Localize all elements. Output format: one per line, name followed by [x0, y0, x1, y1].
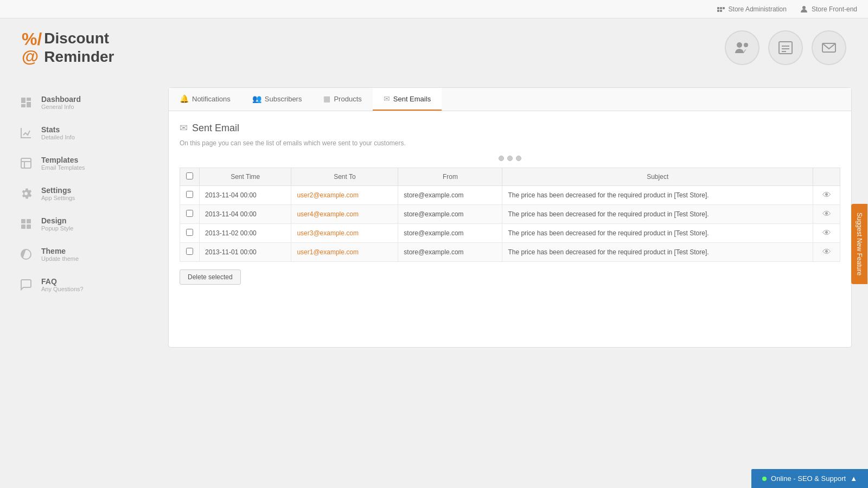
sidebar-theme-text: Theme Update theme — [41, 247, 79, 262]
support-chevron: ▲ — [850, 474, 857, 483]
store-admin-link[interactable]: Store Administration — [717, 5, 787, 14]
logo-text: Discount Reminder — [44, 29, 114, 66]
sidebar-settings-text: Settings App Settings — [41, 186, 75, 201]
row-checkbox-0[interactable] — [186, 191, 193, 198]
sidebar-settings-sub: App Settings — [41, 195, 75, 201]
svg-rect-4 — [720, 10, 722, 12]
sidebar-item-dashboard[interactable]: Dashboard General Info — [0, 87, 152, 118]
svg-rect-19 — [27, 224, 31, 229]
svg-point-6 — [737, 42, 742, 48]
sidebar-item-settings[interactable]: Settings App Settings — [0, 178, 152, 209]
store-admin-icon — [717, 5, 725, 14]
sidebar-stats-title: Stats — [41, 125, 75, 134]
sidebar-templates-sub: Email Templates — [41, 164, 85, 171]
content-area: 🔔 Notifications 👥 Subscribers ▦ Products… — [152, 76, 868, 488]
sidebar-item-stats[interactable]: Stats Detailed Info — [0, 118, 152, 148]
suggest-feature-button[interactable]: Suggest New Feature — [851, 204, 867, 284]
tab-notifications[interactable]: 🔔 Notifications — [169, 88, 241, 111]
support-label: Online - SEO & Support — [771, 474, 846, 483]
table-row: 2013-11-04 00:00 user4@example.com store… — [180, 205, 840, 224]
row-sent-to[interactable]: user4@example.com — [291, 205, 398, 224]
tab-sent-emails[interactable]: ✉ Sent Emails — [373, 88, 442, 111]
tab-products[interactable]: ▦ Products — [312, 88, 372, 111]
sidebar-stats-text: Stats Detailed Info — [41, 125, 75, 140]
sidebar-dashboard-sub: General Info — [41, 104, 81, 110]
email-link[interactable]: user2@example.com — [297, 191, 359, 199]
users-header-button[interactable] — [725, 30, 760, 65]
col-header-subject: Subject — [502, 168, 813, 186]
design-icon — [18, 216, 34, 232]
row-checkbox-3[interactable] — [186, 248, 193, 255]
products-icon: ▦ — [323, 94, 330, 103]
col-header-checkbox — [180, 168, 200, 186]
svg-rect-13 — [21, 158, 31, 168]
top-bar: Store Administration Store Front-end — [0, 0, 868, 18]
dot-1[interactable] — [499, 156, 504, 161]
row-sent-time: 2013-11-04 00:00 — [200, 205, 291, 224]
footer-support-button[interactable]: Online - SEO & Support ▲ — [751, 469, 868, 488]
bell-icon: 🔔 — [180, 94, 189, 103]
view-email-icon[interactable]: 👁 — [822, 247, 831, 256]
row-from: store@example.com — [398, 186, 502, 205]
svg-rect-3 — [717, 10, 719, 12]
row-sent-to[interactable]: user1@example.com — [291, 243, 398, 262]
store-frontend-link[interactable]: Store Front-end — [800, 5, 857, 14]
row-sent-to[interactable]: user2@example.com — [291, 186, 398, 205]
row-checkbox-cell — [180, 186, 200, 205]
tab-subscribers-label: Subscribers — [265, 95, 302, 103]
store-frontend-label: Store Front-end — [812, 5, 857, 13]
col-header-sent-time: Sent Time — [200, 168, 291, 186]
settings-icon — [18, 186, 34, 201]
tab-notifications-label: Notifications — [192, 95, 231, 103]
sidebar-stats-sub: Detailed Info — [41, 134, 75, 140]
reports-header-button[interactable] — [768, 30, 803, 65]
logo-icon: %/@ — [22, 30, 42, 65]
tab-products-label: Products — [334, 95, 361, 103]
view-email-icon[interactable]: 👁 — [822, 228, 831, 237]
row-checkbox-cell — [180, 243, 200, 262]
email-header-button[interactable] — [812, 30, 846, 65]
email-link[interactable]: user1@example.com — [297, 248, 359, 256]
row-action: 👁 — [813, 186, 840, 205]
panel-description: On this page you can see the list of ema… — [180, 139, 840, 147]
row-from: store@example.com — [398, 243, 502, 262]
dot-2[interactable] — [507, 156, 513, 161]
faq-icon — [18, 277, 34, 292]
tab-subscribers[interactable]: 👥 Subscribers — [241, 88, 313, 111]
support-dot — [762, 477, 767, 481]
store-frontend-icon — [800, 5, 808, 14]
delete-selected-button[interactable]: Delete selected — [180, 269, 241, 285]
email-link[interactable]: user3@example.com — [297, 229, 359, 237]
tabs: 🔔 Notifications 👥 Subscribers ▦ Products… — [169, 88, 851, 111]
row-sent-to[interactable]: user3@example.com — [291, 224, 398, 243]
email-link[interactable]: user4@example.com — [297, 210, 359, 218]
view-email-icon[interactable]: 👁 — [822, 209, 831, 219]
svg-point-5 — [802, 6, 806, 9]
sidebar-item-theme[interactable]: Theme Update theme — [0, 239, 152, 269]
row-checkbox-cell — [180, 224, 200, 243]
header: %/@ Discount Reminder — [0, 18, 868, 76]
row-sent-time: 2013-11-04 00:00 — [200, 186, 291, 205]
select-all-checkbox[interactable] — [186, 172, 193, 179]
sidebar-design-sub: Popup Style — [41, 225, 73, 232]
view-email-icon[interactable]: 👁 — [822, 190, 831, 200]
row-checkbox-1[interactable] — [186, 210, 193, 217]
sidebar-item-faq[interactable]: FAQ Any Questions? — [0, 269, 152, 300]
row-subject: The price has been decreased for the req… — [502, 186, 813, 205]
row-from: store@example.com — [398, 205, 502, 224]
theme-icon — [18, 247, 34, 262]
row-checkbox-2[interactable] — [186, 229, 193, 236]
sidebar-item-design[interactable]: Design Popup Style — [0, 209, 152, 239]
sidebar-dashboard-title: Dashboard — [41, 95, 81, 104]
panel-body: ✉ Sent Email On this page you can see th… — [169, 111, 851, 296]
row-action: 👁 — [813, 205, 840, 224]
sidebar-templates-title: Templates — [41, 156, 85, 164]
dot-3[interactable] — [516, 156, 521, 161]
sidebar-item-templates[interactable]: Templates Email Templates — [0, 148, 152, 178]
templates-icon — [18, 156, 34, 171]
svg-rect-16 — [21, 219, 25, 223]
sidebar-theme-title: Theme — [41, 247, 79, 255]
email-table: Sent Time Sent To From Subject 2013-11-0… — [180, 168, 840, 262]
svg-rect-17 — [27, 219, 31, 223]
col-header-from: From — [398, 168, 502, 186]
